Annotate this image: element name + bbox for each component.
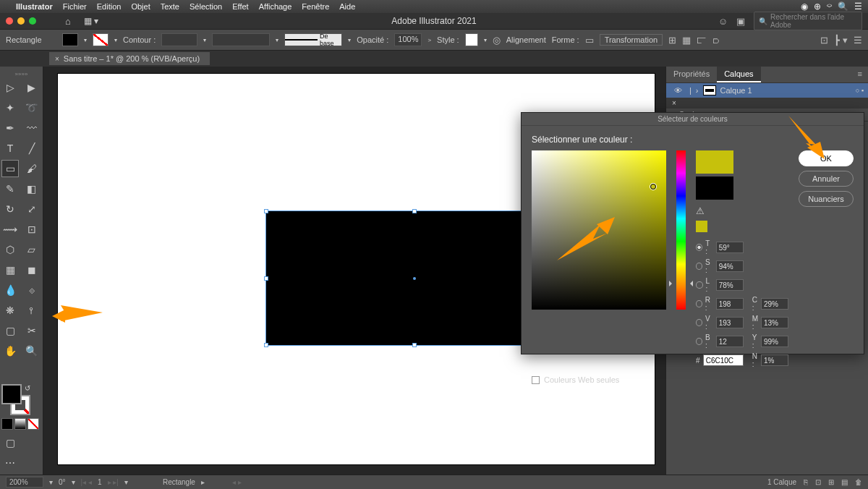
angle-dropdown-icon[interactable]: ▾ [72,478,75,486]
close-tab-icon[interactable]: × [55,55,59,63]
eyedropper-tool[interactable]: 💧 [1,281,19,299]
swatches-button[interactable]: Nuanciers [799,191,854,207]
gradient-tool[interactable]: ◼ [23,261,41,278]
delete-layer-icon[interactable]: 🗑 [855,478,862,486]
menu-window[interactable]: Fenêtre [302,2,329,11]
fill-stroke-indicator[interactable]: ↺ [1,384,33,415]
fill-dropdown-icon[interactable]: ▾ [84,37,87,43]
layer-action-icon[interactable]: ⊡ [815,478,821,486]
document-tab[interactable]: × Sans titre – 1* @ 200 % (RVB/Aperçu) [49,52,210,65]
edit-toolbar-icon[interactable]: ⋯ [1,454,19,472]
warning-icon[interactable]: ⚠ [696,205,705,216]
direct-selection-tool[interactable]: ▶ [23,79,41,96]
radio-l[interactable] [696,281,703,289]
color-mode-none[interactable] [27,418,39,430]
pen-tool[interactable]: ✒ [1,119,19,137]
panel-menu-icon[interactable]: ≡ [852,67,868,82]
cancel-button[interactable]: Annuler [799,171,854,187]
blend-tool[interactable]: ⟐ [23,281,41,299]
visibility-icon[interactable]: 👁 [671,86,685,95]
opacity-value[interactable]: 100% [394,33,422,46]
field-c[interactable] [761,298,788,310]
stroke-dropdown-icon[interactable]: ▾ [114,37,117,43]
selection-tool[interactable]: ▷ [1,79,19,96]
new-layer-icon[interactable]: ⊞ [828,478,834,486]
sv-cursor[interactable] [650,184,656,190]
radio-s[interactable] [696,263,702,270]
field-n[interactable] [761,354,788,366]
opacity-dropdown-icon[interactable]: > [427,37,431,43]
align-button[interactable]: Alignement [506,35,546,44]
rotate-tool[interactable]: ↻ [1,200,19,218]
menu-selection[interactable]: Sélection [190,2,222,11]
zoom-tool[interactable]: 🔍 [23,342,41,360]
field-l[interactable] [716,279,744,291]
transform-button[interactable]: Transformation [600,34,663,46]
stroke-label[interactable]: Contour : [123,35,156,44]
fill-swatch[interactable] [62,33,78,46]
type-tool[interactable]: T [1,140,19,157]
hue-slider-thumb[interactable] [673,281,689,286]
color-mode-gradient[interactable] [14,418,26,430]
search-icon[interactable]: 🔍 [838,1,848,12]
home-icon[interactable]: ⌂ [65,16,71,27]
arrange-icon[interactable]: ▣ [736,16,745,27]
menu-edit[interactable]: Edition [97,2,122,11]
brush-definition[interactable]: De base [284,33,342,46]
hue-slider[interactable] [676,150,686,310]
artboard-nav[interactable]: 1 [98,478,102,486]
layer-row[interactable]: 👁 | › Calque 1 ○ ▪ [666,83,868,98]
radio-r[interactable] [696,300,702,307]
magic-wand-tool[interactable]: ✦ [1,99,19,116]
shape-button[interactable]: Forme : [552,35,579,44]
swap-fill-stroke-icon[interactable]: ↺ [25,384,30,392]
paintbrush-tool[interactable]: 🖌 [23,160,41,177]
menu-object[interactable]: Objet [131,2,150,11]
field-hex[interactable] [703,354,744,366]
web-only-checkbox[interactable]: Couleurs Web seules [532,375,854,384]
lasso-tool[interactable]: ➰ [23,99,41,116]
transform-icon[interactable]: ⊞ [668,35,676,46]
field-t[interactable] [716,242,744,253]
fill-color-swatch[interactable] [1,384,22,404]
field-v[interactable] [716,317,744,328]
line-tool[interactable]: ╱ [23,140,41,157]
symbol-sprayer-tool[interactable]: ❋ [1,302,19,319]
zoom-level[interactable]: 200% [6,477,43,488]
snap-icon[interactable]: ⊡ [820,35,828,46]
rotation-angle[interactable]: 0° [59,478,66,486]
field-y[interactable] [761,336,788,347]
align-to-icon[interactable]: ┣ ▾ [834,35,848,46]
field-m[interactable] [761,317,788,328]
shaper-tool[interactable]: ✎ [1,180,19,197]
graph-tool[interactable]: ⫯ [23,302,41,319]
radio-v[interactable] [696,319,702,326]
traffic-lights[interactable] [6,17,36,25]
field-b[interactable] [716,336,744,347]
isolate-icon[interactable]: ▦ [682,35,691,46]
workspace-layout-icon[interactable]: ▦ ▾ [84,16,98,26]
stroke-weight-input[interactable] [161,33,197,46]
tab-properties[interactable]: Propriétés [666,67,717,82]
new-sublayer-icon[interactable]: ▤ [841,478,848,486]
eraser-tool[interactable]: ◧ [23,180,41,197]
expand-icon[interactable]: › [696,86,699,95]
screen-mode-icon[interactable]: ▢ [1,434,19,451]
help-search-input[interactable]: 🔍 Rechercher dans l'aide Adobe [754,12,862,30]
zoom-dropdown-icon[interactable]: ▾ [49,478,53,486]
target-icon[interactable]: ○ ▪ [856,87,864,94]
variable-width-profile[interactable] [212,33,270,46]
menu-view[interactable]: Affichage [259,2,292,11]
align-icon[interactable]: ⫍ [697,35,706,46]
user-icon[interactable]: ☺ [718,16,728,27]
shape-icon[interactable]: ▭ [585,35,594,46]
distribute-icon[interactable]: ⫐ [712,35,721,46]
field-s[interactable] [716,260,744,272]
tab-layers[interactable]: Calques [717,67,760,82]
recolor-icon[interactable]: ◎ [493,35,501,46]
mesh-tool[interactable]: ▦ [1,261,19,278]
menu-text[interactable]: Texte [161,2,179,11]
websafe-preview[interactable] [696,221,707,232]
radio-b[interactable] [696,338,702,345]
preferences-icon[interactable]: ☰ [854,35,862,46]
